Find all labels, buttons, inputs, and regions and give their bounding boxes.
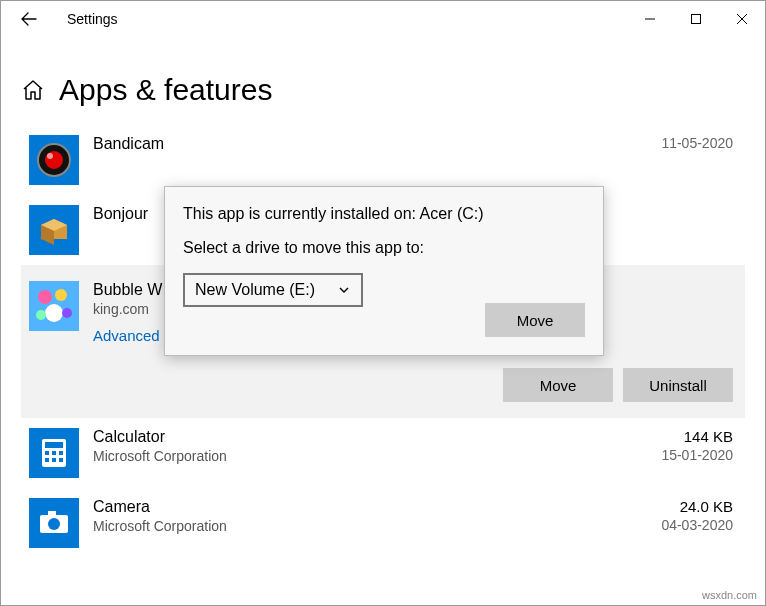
svg-point-9 [62, 308, 72, 318]
app-date: 15-01-2020 [661, 447, 733, 463]
app-size: 144 KB [684, 428, 733, 445]
move-button[interactable]: Move [503, 368, 613, 402]
maximize-icon [690, 13, 702, 25]
home-icon[interactable] [21, 78, 45, 102]
app-date: 11-05-2020 [661, 135, 733, 151]
window-title: Settings [67, 11, 118, 27]
chevron-down-icon [337, 283, 351, 297]
close-icon [736, 13, 748, 25]
app-row-calculator[interactable]: Calculator Microsoft Corporation 144 KB … [21, 418, 745, 488]
page-title: Apps & features [59, 73, 272, 107]
maximize-button[interactable] [673, 1, 719, 37]
app-row-bandicam[interactable]: Bandicam 11-05-2020 [21, 125, 745, 195]
svg-point-8 [36, 310, 46, 320]
svg-rect-1 [692, 15, 701, 24]
svg-point-7 [45, 304, 63, 322]
uninstall-button[interactable]: Uninstall [623, 368, 733, 402]
app-row-camera[interactable]: Camera Microsoft Corporation 24.0 KB 04-… [21, 488, 745, 558]
svg-rect-17 [59, 458, 63, 462]
svg-point-3 [45, 151, 63, 169]
app-icon-calculator [29, 428, 79, 478]
drive-select-dropdown[interactable]: New Volume (E:) [183, 273, 363, 307]
app-action-buttons: Move Uninstall [503, 368, 733, 402]
svg-point-4 [47, 153, 53, 159]
svg-rect-19 [48, 511, 56, 516]
svg-rect-13 [52, 451, 56, 455]
app-name: Bandicam [93, 135, 647, 153]
svg-rect-16 [52, 458, 56, 462]
dialog-move-button[interactable]: Move [485, 303, 585, 337]
svg-point-5 [38, 290, 52, 304]
minimize-icon [644, 13, 656, 25]
arrow-left-icon [21, 11, 37, 27]
app-name: Camera [93, 498, 647, 516]
move-app-dialog: This app is currently installed on: Acer… [164, 186, 604, 356]
app-size: 24.0 KB [680, 498, 733, 515]
svg-rect-12 [45, 451, 49, 455]
title-bar: Settings [1, 1, 765, 37]
drive-select-value: New Volume (E:) [195, 281, 315, 299]
page-heading-row: Apps & features [21, 37, 745, 125]
dialog-current-location: This app is currently installed on: Acer… [183, 205, 585, 223]
svg-rect-11 [45, 442, 63, 448]
minimize-button[interactable] [627, 1, 673, 37]
svg-rect-15 [45, 458, 49, 462]
close-button[interactable] [719, 1, 765, 37]
watermark: wsxdn.com [702, 589, 757, 601]
app-icon-camera [29, 498, 79, 548]
back-button[interactable] [15, 5, 43, 33]
app-publisher: Microsoft Corporation [93, 448, 647, 464]
svg-point-20 [48, 518, 60, 530]
app-name: Calculator [93, 428, 647, 446]
svg-rect-14 [59, 451, 63, 455]
dialog-instruction: Select a drive to move this app to: [183, 239, 585, 257]
svg-point-6 [55, 289, 67, 301]
app-icon-bandicam [29, 135, 79, 185]
app-icon-bubble-witch [29, 281, 79, 331]
app-date: 04-03-2020 [661, 517, 733, 533]
app-icon-bonjour [29, 205, 79, 255]
app-publisher: Microsoft Corporation [93, 518, 647, 534]
